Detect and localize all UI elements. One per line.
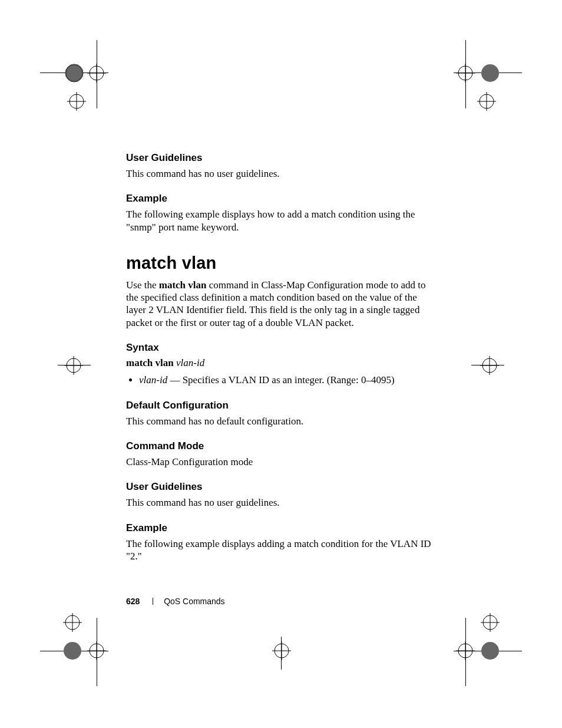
syntax-line: match vlan vlan-id — [126, 357, 432, 369]
crop-mark-icon — [456, 64, 475, 83]
crop-mark-icon — [456, 641, 475, 660]
crop-mark-icon — [64, 62, 85, 84]
param-name: vlan-id — [139, 374, 167, 386]
heading-example-1: Example — [126, 193, 432, 205]
page-number: 628 — [126, 597, 140, 606]
param-item: vlan-id — Specifies a VLAN ID as an inte… — [139, 374, 432, 387]
footer-divider — [153, 598, 153, 605]
param-desc: — Specifies a VLAN ID as an integer. (Ra… — [167, 374, 394, 386]
crop-mark-icon — [480, 62, 501, 84]
syntax-cmd: match vlan — [126, 357, 174, 368]
crop-mark-icon — [481, 613, 500, 632]
heading-command-mode: Command Mode — [126, 440, 432, 452]
content-area: User Guidelines This command has no user… — [126, 152, 432, 575]
crop-mark-icon — [67, 92, 86, 111]
text-user-guidelines-1: This command has no user guidelines. — [126, 167, 432, 180]
crop-mark-icon — [480, 640, 501, 661]
crop-mark-icon — [272, 641, 291, 660]
heading-user-guidelines-2: User Guidelines — [126, 481, 432, 493]
svg-point-22 — [64, 642, 81, 660]
svg-point-35 — [481, 642, 499, 660]
footer-section: QoS Commands — [164, 597, 224, 606]
heading-example-2: Example — [126, 522, 432, 534]
heading-user-guidelines-1: User Guidelines — [126, 152, 432, 164]
syntax-arg: vlan-id — [176, 357, 204, 368]
text-example-1: The following example displays how to ad… — [126, 208, 432, 233]
svg-point-1 — [65, 64, 83, 82]
text-example-2: The following example displays adding a … — [126, 538, 432, 563]
crop-mark-icon — [64, 356, 83, 375]
crop-mark-icon — [87, 64, 106, 83]
text-default-config: This command has no default configuratio… — [126, 415, 432, 427]
heading-default-config: Default Configuration — [126, 400, 432, 411]
intro-prefix: Use the — [126, 279, 159, 291]
intro-cmd: match vlan — [159, 279, 207, 291]
crop-mark-icon — [480, 356, 499, 375]
crop-mark-icon — [87, 641, 106, 660]
crop-mark-icon — [62, 640, 83, 661]
svg-point-12 — [481, 64, 499, 82]
command-intro: Use the match vlan command in Class-Map … — [126, 279, 432, 329]
page-footer: 628 QoS Commands — [126, 597, 225, 606]
text-command-mode: Class-Map Configuration mode — [126, 456, 432, 468]
crop-mark-icon — [477, 92, 496, 111]
command-title: match vlan — [126, 253, 432, 273]
text-user-guidelines-2: This command has no user guidelines. — [126, 496, 432, 509]
page: User Guidelines This command has no user… — [0, 0, 562, 728]
crop-mark-icon — [63, 613, 82, 632]
heading-syntax: Syntax — [126, 342, 432, 354]
param-list: vlan-id — Specifies a VLAN ID as an inte… — [139, 374, 432, 387]
